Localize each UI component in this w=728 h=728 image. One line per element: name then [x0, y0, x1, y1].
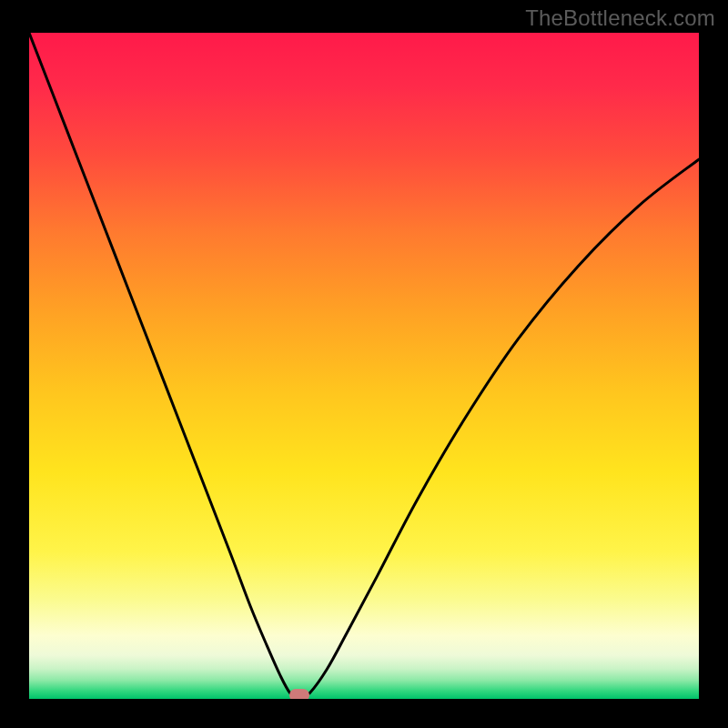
bottleneck-curve [29, 33, 699, 699]
chart-frame: TheBottleneck.com [0, 0, 728, 728]
optimal-point-marker [289, 689, 309, 699]
watermark-text: TheBottleneck.com [525, 5, 715, 31]
plot-area [29, 33, 699, 699]
